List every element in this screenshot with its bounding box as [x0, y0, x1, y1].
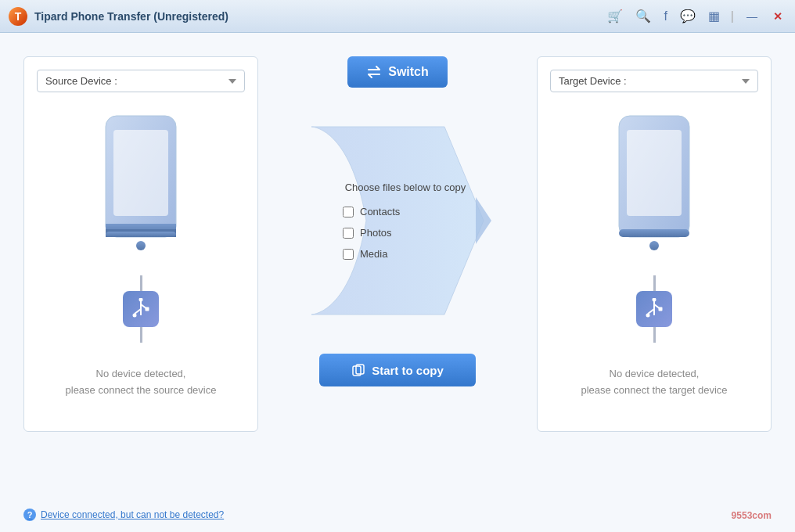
- photos-label: Photos: [360, 227, 391, 239]
- usb-symbol-icon: [130, 298, 152, 320]
- titlebar: T Tipard Phone Transfer (Unregistered) 🛒…: [0, 0, 795, 33]
- chat-icon[interactable]: 💬: [677, 7, 699, 25]
- svg-rect-21: [619, 229, 689, 237]
- source-usb-icon: [123, 291, 159, 327]
- contacts-label: Contacts: [360, 206, 400, 217]
- svg-point-27: [653, 298, 657, 302]
- target-usb-icon: [636, 291, 672, 327]
- help-icon: ?: [23, 509, 36, 521]
- minimize-button[interactable]: —: [742, 9, 762, 24]
- svg-rect-3: [113, 130, 168, 216]
- target-device-dropdown[interactable]: Target Device :: [550, 70, 758, 92]
- svg-point-15: [133, 314, 137, 318]
- photos-checkbox-row[interactable]: Photos: [343, 227, 391, 239]
- media-checkbox-row[interactable]: Media: [343, 248, 387, 260]
- copy-icon: [351, 363, 365, 377]
- target-usb-wrap: [636, 275, 672, 343]
- source-device-dropdown[interactable]: Source Device :: [37, 70, 245, 92]
- choose-files-label: Choose files below to copy: [343, 182, 468, 193]
- source-no-device-text: No device detected, please connect the s…: [66, 366, 217, 399]
- svg-rect-20: [627, 130, 682, 216]
- contacts-checkbox[interactable]: [343, 207, 354, 217]
- middle-panel: Switch Choose files: [258, 56, 537, 386]
- switch-button[interactable]: Switch: [347, 56, 448, 88]
- target-usb-symbol-icon: [643, 298, 665, 320]
- grid-icon[interactable]: ▦: [705, 7, 723, 25]
- target-device-panel: Target Device :: [537, 56, 772, 432]
- app-logo: T: [8, 6, 28, 27]
- search-icon[interactable]: 🔍: [632, 7, 654, 25]
- main-content: Source Device :: [0, 33, 795, 497]
- target-usb-cable-top: [653, 275, 656, 291]
- svg-rect-14: [146, 307, 149, 311]
- close-button[interactable]: ✕: [768, 9, 787, 24]
- source-device-panel: Source Device :: [23, 56, 258, 432]
- source-usb-wrap: [123, 275, 159, 343]
- transfer-arrow-graphic: Choose files below to copy Contacts Phot…: [304, 95, 491, 346]
- app-title: Tipard Phone Transfer (Unregistered): [34, 10, 604, 23]
- media-checkbox[interactable]: [343, 249, 354, 260]
- svg-point-29: [646, 314, 650, 318]
- cart-icon[interactable]: 🛒: [604, 7, 626, 25]
- watermark: 9553com: [732, 506, 772, 523]
- svg-point-13: [139, 298, 143, 302]
- svg-point-9: [136, 241, 146, 250]
- usb-cable-bottom: [140, 327, 142, 343]
- target-phone-svg: [603, 108, 705, 264]
- source-phone-graphic: [90, 108, 192, 264]
- target-phone-graphic: [603, 108, 705, 264]
- target-no-device-text: No device detected, please connect the t…: [581, 366, 727, 399]
- target-usb-cable-bottom: [653, 327, 656, 343]
- media-label: Media: [360, 248, 387, 260]
- svg-line-12: [135, 309, 141, 314]
- usb-cable-top: [140, 275, 142, 291]
- contacts-checkbox-row[interactable]: Contacts: [343, 206, 400, 217]
- svg-point-23: [649, 241, 659, 250]
- bottom-bar: ? Device connected, but can not be detec…: [0, 497, 795, 532]
- separator: |: [731, 9, 734, 23]
- svg-rect-7: [106, 232, 176, 237]
- arrow-content: Choose files below to copy Contacts Phot…: [327, 182, 468, 260]
- titlebar-icons: 🛒 🔍 f 💬 ▦ | — ✕: [604, 7, 787, 25]
- svg-rect-28: [659, 307, 663, 311]
- svg-line-26: [648, 309, 654, 314]
- help-link[interactable]: ? Device connected, but can not be detec…: [23, 509, 224, 521]
- switch-icon: [366, 64, 382, 80]
- photos-checkbox[interactable]: [343, 228, 354, 239]
- svg-text:T: T: [15, 10, 22, 23]
- source-phone-svg: [90, 108, 192, 264]
- facebook-icon[interactable]: f: [660, 8, 670, 25]
- panels-row: Source Device :: [23, 56, 772, 481]
- start-copy-button[interactable]: Start to copy: [319, 354, 476, 386]
- svg-marker-16: [476, 197, 491, 244]
